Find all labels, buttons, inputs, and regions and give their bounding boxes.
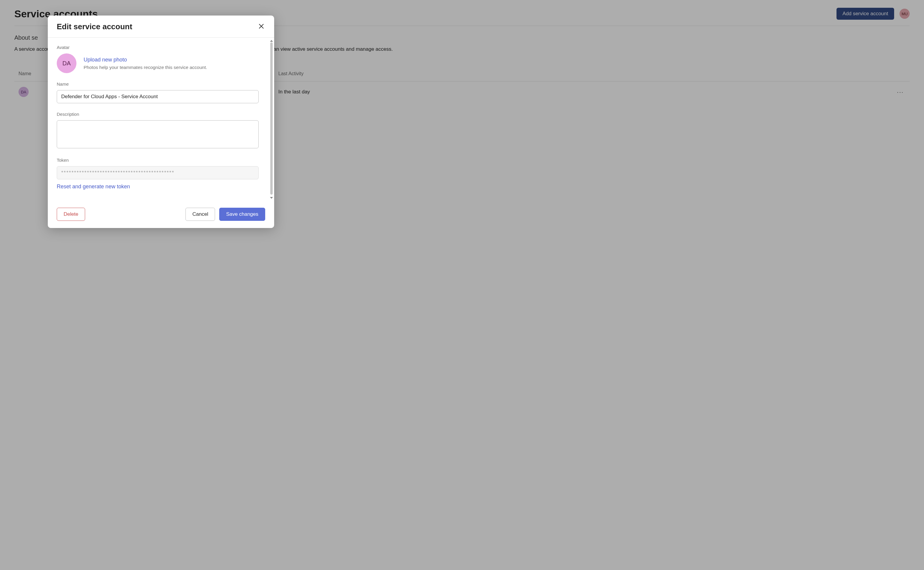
scroll-up-icon: [270, 40, 273, 42]
upload-photo-link[interactable]: Upload new photo: [84, 57, 127, 63]
avatar-section: Avatar DA Upload new photo Photos help y…: [57, 45, 265, 73]
avatar: DA: [57, 54, 77, 73]
avatar-hint: Photos help your teammates recognize thi…: [84, 65, 207, 70]
edit-service-account-modal: Edit service account Avatar DA Upload ne: [48, 15, 274, 228]
reset-token-link[interactable]: Reset and generate new token: [57, 184, 130, 190]
modal-title: Edit service account: [57, 22, 132, 31]
token-label: Token: [57, 158, 265, 162]
name-section: Name: [57, 81, 265, 103]
close-button[interactable]: [258, 22, 265, 31]
token-section: Token Reset and generate new token: [57, 158, 265, 190]
scroll-thumb: [270, 42, 273, 195]
modal-body: Avatar DA Upload new photo Photos help y…: [48, 38, 274, 201]
avatar-label: Avatar: [57, 45, 265, 50]
delete-button[interactable]: Delete: [57, 208, 85, 221]
scrollbar: [270, 40, 273, 199]
name-input[interactable]: [57, 90, 259, 103]
name-label: Name: [57, 81, 265, 87]
close-icon: [259, 24, 264, 29]
description-label: Description: [57, 112, 265, 117]
description-section: Description: [57, 112, 265, 149]
modal-overlay[interactable]: Edit service account Avatar DA Upload ne: [0, 0, 924, 570]
scroll-down-icon: [270, 197, 273, 199]
token-input: [57, 166, 259, 179]
cancel-button[interactable]: Cancel: [186, 208, 215, 221]
save-button[interactable]: Save changes: [219, 208, 265, 221]
modal-footer: Delete Cancel Save changes: [48, 201, 274, 228]
description-input[interactable]: [57, 120, 259, 148]
modal-header: Edit service account: [48, 15, 274, 38]
